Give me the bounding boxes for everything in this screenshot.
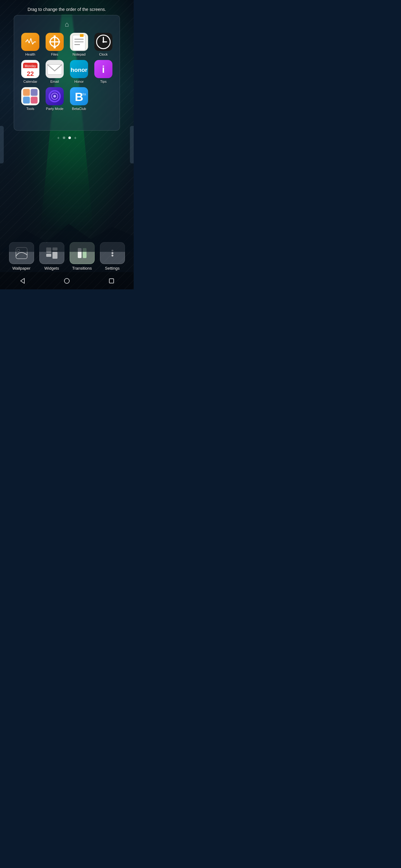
svg-point-14 xyxy=(102,41,104,43)
home-icon: ⌂ xyxy=(65,20,69,28)
svg-text:honor: honor xyxy=(71,67,88,73)
app-grid: Health Files xyxy=(20,33,114,111)
app-partymode[interactable]: Party Mode xyxy=(45,87,64,111)
app-health[interactable]: Health xyxy=(21,33,39,56)
svg-rect-25 xyxy=(31,89,37,96)
svg-rect-24 xyxy=(23,89,30,96)
app-calendar[interactable]: 22 Monday Calendar xyxy=(21,60,39,84)
app-honor[interactable]: honor Honor xyxy=(70,60,88,84)
svg-rect-26 xyxy=(23,97,30,103)
app-email[interactable]: Email xyxy=(45,60,64,84)
screen-preview: ⌂ Health xyxy=(14,15,120,131)
app-tools[interactable]: Tools xyxy=(21,87,39,111)
svg-point-5 xyxy=(54,46,56,49)
page-dots: + + xyxy=(57,135,76,140)
page-dot-1[interactable] xyxy=(63,136,65,139)
instruction-text: Drag to change the order of the screens. xyxy=(21,7,112,12)
svg-rect-6 xyxy=(73,35,86,50)
side-peek-right xyxy=(130,126,134,163)
svg-text:i: i xyxy=(102,64,105,75)
app-notepad[interactable]: Notepad xyxy=(70,33,88,56)
page-dot-active[interactable] xyxy=(68,136,71,139)
svg-rect-10 xyxy=(80,34,84,37)
page-add-right[interactable]: + xyxy=(74,135,76,140)
side-peek-left xyxy=(0,126,4,163)
svg-rect-27 xyxy=(31,97,37,103)
svg-text:Monday: Monday xyxy=(25,64,36,68)
svg-point-4 xyxy=(54,35,56,37)
svg-text:eta: eta xyxy=(81,92,86,96)
svg-text:22: 22 xyxy=(27,70,34,77)
page-add-left[interactable]: + xyxy=(57,135,60,140)
app-clock[interactable]: Clock xyxy=(94,33,112,56)
svg-point-30 xyxy=(54,95,56,98)
app-files[interactable]: Files xyxy=(45,33,64,56)
app-betaclub[interactable]: B eta BetaClub xyxy=(70,87,88,111)
app-tips[interactable]: i Tips xyxy=(94,60,112,84)
